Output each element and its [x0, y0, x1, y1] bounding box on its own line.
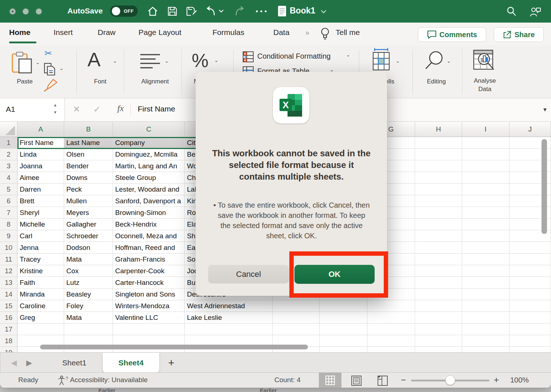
grid-cell[interactable]	[415, 335, 462, 347]
grid-cell[interactable]	[462, 300, 509, 312]
grid-cell[interactable]	[185, 324, 273, 335]
grid-cell[interactable]: Oconnell, Meza and	[113, 230, 185, 242]
grid-cell[interactable]	[415, 160, 462, 172]
name-box-down-arrow[interactable]: ▼	[53, 110, 57, 114]
grid-cell[interactable]: Graham-Francis	[113, 254, 185, 265]
search-icon[interactable]	[506, 6, 517, 17]
cut-icon[interactable]: ✂	[44, 48, 52, 59]
grid-cell[interactable]: Carpenter-Cook	[113, 265, 185, 277]
row-header-2[interactable]: 2	[0, 149, 17, 160]
grid-cell[interactable]: Sanford, Davenport a	[113, 195, 185, 207]
grid-cell[interactable]	[415, 137, 462, 149]
grid-cell[interactable]: Brett	[17, 195, 64, 207]
row-header-14[interactable]: 14	[0, 289, 17, 300]
grid-cell[interactable]	[415, 242, 462, 254]
grid-cell[interactable]	[320, 347, 367, 352]
grid-cell[interactable]	[273, 312, 320, 324]
row-header-17[interactable]: 17	[0, 324, 17, 335]
grid-cell[interactable]: Mata	[64, 254, 113, 265]
select-all-corner[interactable]	[0, 122, 17, 137]
cancel-button[interactable]: Cancel	[208, 265, 289, 283]
normal-view-button[interactable]	[319, 373, 341, 388]
sheet-tab-sheet4[interactable]: Sheet4	[103, 353, 159, 373]
tab-overflow-chevrons[interactable]: »	[305, 28, 309, 37]
sheet-tab-sheet1[interactable]: Sheet1	[46, 353, 103, 373]
tell-me-label[interactable]: Tell me	[336, 28, 360, 37]
grid-cell[interactable]	[320, 312, 367, 324]
grid-cell[interactable]	[462, 230, 509, 242]
paste-button[interactable]	[11, 52, 34, 74]
copy-chevron-icon[interactable]: ⌄	[59, 66, 63, 71]
font-icon[interactable]: A	[87, 48, 101, 71]
column-header-C[interactable]: C	[113, 122, 185, 137]
row-header-9[interactable]: 9	[0, 230, 17, 242]
formula-bar-value[interactable]: First Name	[138, 105, 175, 113]
grid-cell[interactable]: Michelle	[17, 219, 64, 230]
grid-cell[interactable]	[320, 300, 367, 312]
page-break-view-button[interactable]	[377, 376, 388, 386]
grid-cell[interactable]: Linda	[17, 149, 64, 160]
row-header-1[interactable]: 1	[0, 137, 17, 149]
row-header-16[interactable]: 16	[0, 312, 17, 324]
grid-cell[interactable]	[367, 324, 415, 335]
grid-cell[interactable]: Singleton and Sons	[113, 289, 185, 300]
grid-cell[interactable]	[462, 242, 509, 254]
grid-cell[interactable]: Dominguez, Mcmilla	[113, 149, 185, 160]
grid-cell[interactable]	[462, 335, 509, 347]
row-header-12[interactable]: 12	[0, 265, 17, 277]
grid-cell[interactable]	[415, 207, 462, 219]
copy-icon[interactable]	[44, 63, 56, 76]
alignment-icon[interactable]	[140, 53, 161, 69]
zoom-slider-thumb[interactable]	[445, 375, 455, 385]
autosave-toggle[interactable]: OFF	[110, 5, 138, 17]
grid-cell[interactable]: Browning-Simon	[113, 207, 185, 219]
grid-cell[interactable]	[462, 277, 509, 289]
grid-cell[interactable]: Carl	[17, 230, 64, 242]
zoom-level[interactable]: 100%	[510, 376, 529, 384]
grid-cell[interactable]	[462, 265, 509, 277]
ribbon-tab-home[interactable]: Home	[9, 28, 30, 37]
grid-cell[interactable]	[415, 312, 462, 324]
ok-button[interactable]: OK	[294, 265, 375, 284]
grid-cell[interactable]: Beasley	[64, 289, 113, 300]
horizontal-scrollbar[interactable]	[40, 345, 308, 349]
grid-cell[interactable]	[415, 254, 462, 265]
grid-cell[interactable]: Schroeder	[64, 230, 113, 242]
grid-cell[interactable]: Faith	[17, 277, 64, 289]
grid-cell[interactable]	[367, 347, 415, 352]
conditional-formatting-label[interactable]: Conditional Formatting	[257, 52, 331, 60]
grid-cell[interactable]	[415, 195, 462, 207]
grid-cell[interactable]	[509, 312, 551, 324]
grid-cell[interactable]	[273, 324, 320, 335]
grid-cell[interactable]	[462, 289, 509, 300]
grid-cell[interactable]	[509, 242, 551, 254]
grid-cell[interactable]	[273, 300, 320, 312]
grid-cell[interactable]: Miranda	[17, 289, 64, 300]
save-icon[interactable]	[167, 6, 178, 17]
row-header-13[interactable]: 13	[0, 277, 17, 289]
ribbon-tab-insert[interactable]: Insert	[54, 28, 73, 37]
grid-cell[interactable]: Peck	[64, 184, 113, 195]
name-box[interactable]: A1 ▲ ▼	[0, 98, 65, 121]
undo-chevron-icon[interactable]	[219, 9, 224, 13]
save-as-icon[interactable]	[186, 6, 197, 17]
grid-cell[interactable]: Olsen	[64, 149, 113, 160]
row-header-6[interactable]: 6	[0, 195, 17, 207]
row-header-7[interactable]: 7	[0, 207, 17, 219]
grid-cell[interactable]	[509, 300, 551, 312]
zoom-out-button[interactable]: −	[401, 375, 406, 385]
grid-cell[interactable]	[462, 195, 509, 207]
grid-cell[interactable]	[462, 347, 509, 352]
ribbon-tab-page-layout[interactable]: Page Layout	[138, 28, 181, 37]
window-close-button[interactable]	[9, 8, 16, 15]
grid-cell[interactable]	[462, 254, 509, 265]
column-header-H[interactable]: H	[415, 122, 462, 137]
grid-cell[interactable]	[320, 324, 367, 335]
grid-cell[interactable]: Kristine	[17, 265, 64, 277]
grid-cell[interactable]	[509, 347, 551, 352]
grid-cell[interactable]	[367, 312, 415, 324]
grid-cell[interactable]: Bender	[64, 160, 113, 172]
grid-cell[interactable]	[415, 184, 462, 195]
grid-cell[interactable]	[415, 277, 462, 289]
grid-cell[interactable]: Lake Leslie	[185, 312, 273, 324]
